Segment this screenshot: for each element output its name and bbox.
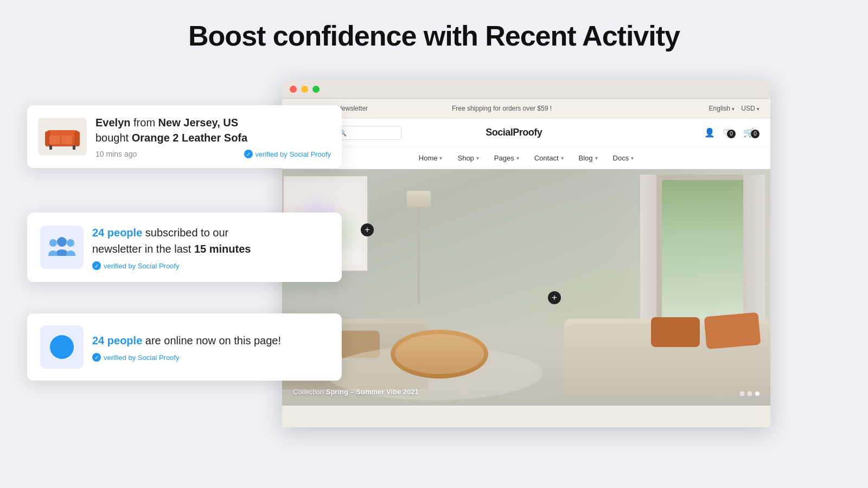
people-icon <box>48 235 76 259</box>
subscribed-text2: newsletter in the last <box>92 243 191 255</box>
subscriber-count: 24 <box>92 227 104 239</box>
store-logo[interactable]: SocialProofy <box>486 127 542 138</box>
svg-point-8 <box>57 237 67 247</box>
verified-check-icon-3: ✓ <box>92 353 101 362</box>
store-topbar: Our Store ✉ Newsletter Free shipping for… <box>282 99 770 118</box>
subscribers-icon-box <box>40 226 84 269</box>
slide-dot-1[interactable] <box>740 391 744 396</box>
bought-text: bought <box>95 132 129 144</box>
caption-highlight: Spring – Summer Vibe 2021 <box>326 388 419 396</box>
purchase-footer: 10 mins ago ✓ verified by Social Proofy <box>95 150 331 158</box>
subscribed-text1: subscribed to our <box>145 227 228 239</box>
floor-lamp-head <box>407 191 431 207</box>
verified-check-icon-2: ✓ <box>92 261 101 270</box>
verified-badge-purchase: ✓ verified by Social Proofy <box>244 150 331 158</box>
menu-pages[interactable]: Pages ▾ <box>494 154 519 162</box>
slide-dot-2[interactable] <box>748 391 752 396</box>
curtain-right <box>743 175 765 332</box>
page-heading: Boost confidence with Recent Activity <box>0 0 868 52</box>
online-icon-box <box>40 325 84 369</box>
hero-area: + + + Collection Spring – Summer Vibe 20… <box>282 169 770 406</box>
subscribers-text: 24 people subscribed to our newsletter i… <box>92 224 251 270</box>
online-circle-icon <box>50 335 74 359</box>
product-hotspot-1[interactable]: + <box>361 223 374 236</box>
window-right <box>656 175 749 332</box>
svg-rect-7 <box>73 145 75 150</box>
menu-docs[interactable]: Docs ▾ <box>613 154 634 162</box>
store-navbar: Something... 🔍 SocialProofy 👤 ♡0 🛒0 <box>282 118 770 147</box>
online-notification: 24 people are online now on this page! ✓… <box>27 313 342 381</box>
coffee-table <box>391 330 488 378</box>
floor-lamp-pole <box>418 196 420 305</box>
window-pane <box>656 175 749 332</box>
online-count: 24 <box>92 335 104 346</box>
from-text: from <box>133 117 158 129</box>
verified-badge-subscribers: ✓ verified by Social Proofy <box>92 261 251 270</box>
coffee-table-top <box>395 334 484 374</box>
purchase-notification: Evelyn from New Jersey, US bought Orange… <box>27 105 342 168</box>
product-image <box>38 118 87 156</box>
slide-dot-3[interactable] <box>755 391 760 396</box>
svg-point-9 <box>49 239 57 247</box>
verified-check-icon: ✓ <box>244 150 253 158</box>
online-text-content: are online now on this page! <box>145 335 281 346</box>
svg-rect-6 <box>49 145 52 150</box>
subscribers-main-text: 24 people subscribed to our newsletter i… <box>92 224 251 257</box>
menu-blog[interactable]: Blog ▾ <box>579 154 598 162</box>
currency-selector[interactable]: USD ▾ <box>741 105 760 112</box>
contact-chevron: ▾ <box>561 155 564 161</box>
verified-badge-online: ✓ verified by Social Proofy <box>92 353 281 362</box>
verified-text-purchase: verified by Social Proofy <box>256 150 331 158</box>
wishlist-icon[interactable]: ♡0 <box>723 127 736 138</box>
svg-rect-4 <box>49 136 60 144</box>
purchase-time: 10 mins ago <box>95 150 137 158</box>
currency-chevron: ▾ <box>757 106 760 112</box>
product-name: Orange 2 Leather Sofa <box>132 132 247 144</box>
online-main-text: 24 people are online now on this page! <box>92 332 281 349</box>
store-menu: Home ▾ Shop ▾ Pages ▾ Contact ▾ Blog ▾ D… <box>282 147 770 169</box>
verified-text-subscribers: verified by Social Proofy <box>104 262 179 270</box>
product-hotspot-2[interactable]: + <box>548 291 561 304</box>
browser-window: Our Store ✉ Newsletter Free shipping for… <box>282 80 770 427</box>
caption-prefix: Collection <box>293 388 324 396</box>
language-selector[interactable]: English ▾ <box>709 105 735 112</box>
buyer-name: Evelyn <box>95 117 130 129</box>
topbar-shipping-text: Free shipping for orders over $59 ! <box>452 105 552 112</box>
sofa-cushion-right-1 <box>704 312 761 349</box>
purchase-text: Evelyn from New Jersey, US bought Orange… <box>95 115 331 158</box>
verified-text-online: verified by Social Proofy <box>104 354 179 362</box>
svg-rect-3 <box>74 131 80 146</box>
buyer-location: New Jersey, US <box>158 117 239 129</box>
user-icon[interactable]: 👤 <box>704 127 715 138</box>
browser-titlebar <box>282 80 770 99</box>
minimize-button[interactable] <box>301 86 308 93</box>
hero-caption: Collection Spring – Summer Vibe 2021 <box>293 388 419 396</box>
close-button[interactable] <box>290 86 297 93</box>
purchase-main-text: Evelyn from New Jersey, US bought Orange… <box>95 115 331 145</box>
blog-chevron: ▾ <box>595 155 598 161</box>
shop-chevron: ▾ <box>476 155 479 161</box>
svg-point-10 <box>67 239 74 247</box>
svg-rect-5 <box>61 136 72 144</box>
home-chevron: ▾ <box>439 155 442 161</box>
docs-chevron: ▾ <box>631 155 634 161</box>
online-text: 24 people are online now on this page! ✓… <box>92 332 281 362</box>
maximize-button[interactable] <box>312 86 320 93</box>
sofa-icon <box>43 123 82 151</box>
topbar-right: English ▾ USD ▾ <box>709 105 760 112</box>
pages-chevron: ▾ <box>516 155 519 161</box>
language-chevron: ▾ <box>732 106 735 112</box>
subscribers-notification: 24 people subscribed to our newsletter i… <box>27 213 342 282</box>
menu-contact[interactable]: Contact ▾ <box>534 154 564 162</box>
hero-dots <box>740 391 760 396</box>
nav-icons: 👤 ♡0 🛒0 <box>704 127 760 138</box>
people-label: people <box>107 227 145 239</box>
online-people: people <box>107 335 145 346</box>
hero-background: + + + Collection Spring – Summer Vibe 20… <box>282 169 770 406</box>
time-highlight: 15 minutes <box>194 243 251 255</box>
menu-home[interactable]: Home ▾ <box>419 154 443 162</box>
menu-shop[interactable]: Shop ▾ <box>457 154 478 162</box>
sofa-cushion-right-2 <box>651 317 700 347</box>
cart-icon[interactable]: 🛒0 <box>743 127 760 138</box>
